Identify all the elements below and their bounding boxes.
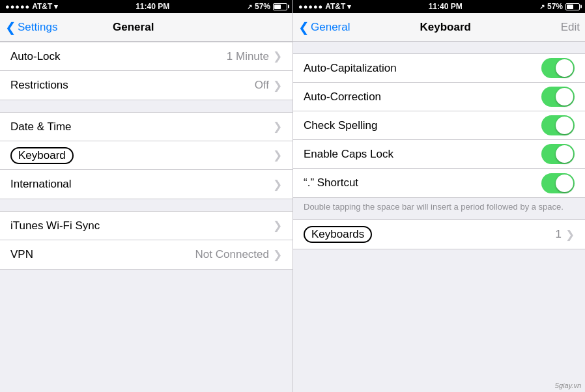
period-shortcut-knob (556, 175, 573, 192)
check-spelling-knob (556, 117, 573, 134)
right-battery-icon (565, 3, 580, 10)
left-gap-1 (0, 100, 292, 112)
right-keyboards-section: Keyboards 1 ❯ (293, 219, 585, 249)
left-section-3: iTunes Wi-Fi Sync ❯ VPN Not Connected ❯ (0, 211, 292, 270)
right-battery-fill (567, 5, 573, 9)
caps-lock-label: Enable Caps Lock (304, 148, 541, 161)
right-back-button[interactable]: ❮ General (298, 21, 350, 34)
left-battery-pct: 57% (255, 2, 270, 11)
list-item-keyboard[interactable]: Keyboard ❯ (0, 141, 292, 170)
left-battery-fill (274, 5, 281, 9)
left-signal: ●●●●● (5, 3, 30, 10)
right-signal: ●●●●● (298, 3, 323, 10)
left-nav-title: General (18, 21, 248, 34)
watermark: 5giay.vn (555, 382, 581, 389)
auto-cap-knob (556, 59, 573, 77)
period-shortcut-footer: Double tapping the space bar will insert… (293, 198, 585, 219)
list-item-check-spelling[interactable]: Check Spelling (293, 111, 585, 140)
right-status-bar: ●●●●● AT&T ▾ 11:40 PM ↗ 57% (293, 0, 585, 13)
list-item-restrictions[interactable]: Restrictions Off ❯ (0, 71, 292, 100)
keyboard-chevron: ❯ (273, 148, 282, 162)
right-edit-button[interactable]: Edit (541, 21, 580, 34)
left-status-bar: ●●●●● AT&T ▾ 11:40 PM ↗ 57% (0, 0, 292, 13)
right-time: 11:40 PM (429, 2, 463, 11)
restrictions-chevron: ❯ (273, 79, 282, 92)
left-status-left: ●●●●● AT&T ▾ (5, 2, 58, 11)
right-status-right: ↗ 57% (539, 2, 580, 11)
period-shortcut-toggle[interactable] (541, 173, 575, 193)
auto-correct-knob (556, 88, 573, 105)
right-toggles-section: Auto-Capitalization Auto-Correction Chec… (293, 53, 585, 198)
vpn-chevron: ❯ (273, 248, 282, 262)
left-status-right: ↗ 57% (247, 2, 287, 11)
caps-lock-toggle[interactable] (541, 144, 575, 164)
left-wifi-icon: ▾ (54, 3, 58, 11)
auto-lock-value: 1 Minute (227, 50, 269, 63)
keyboards-circled: Keyboards (304, 226, 372, 243)
left-time: 11:40 PM (136, 2, 169, 11)
keyboards-chevron: ❯ (565, 228, 575, 242)
list-item-vpn[interactable]: VPN Not Connected ❯ (0, 240, 292, 269)
international-chevron: ❯ (273, 178, 282, 191)
left-section-1: Auto-Lock 1 Minute ❯ Restrictions Off ❯ (0, 42, 292, 100)
international-label: International (10, 178, 273, 191)
right-location-arrow: ↗ (539, 3, 545, 10)
auto-cap-label: Auto-Capitalization (304, 62, 541, 75)
right-top-gap (293, 42, 585, 53)
left-battery-icon (273, 3, 287, 10)
keyboard-circled: Keyboard (10, 147, 74, 164)
period-shortcut-label: “.” Shortcut (304, 176, 541, 189)
itunes-wifi-label: iTunes Wi-Fi Sync (10, 219, 273, 232)
restrictions-label: Restrictions (10, 79, 255, 92)
left-gap-2 (0, 199, 292, 211)
keyboard-label: Keyboard (10, 147, 273, 164)
right-carrier: AT&T (325, 2, 345, 11)
date-time-chevron: ❯ (273, 120, 282, 133)
right-back-chevron: ❮ (298, 21, 309, 34)
auto-cap-toggle[interactable] (541, 58, 575, 78)
left-location-arrow: ↗ (247, 3, 252, 10)
keyboards-value: 1 (556, 228, 562, 241)
left-back-chevron: ❮ (5, 21, 16, 34)
vpn-label: VPN (10, 248, 195, 261)
check-spelling-label: Check Spelling (304, 119, 541, 132)
list-item-auto-correct[interactable]: Auto-Correction (293, 83, 585, 111)
right-battery-pct: 57% (547, 2, 563, 11)
list-item-itunes-wifi[interactable]: iTunes Wi-Fi Sync ❯ (0, 212, 292, 240)
left-section-2: Date & Time ❯ Keyboard ❯ International ❯ (0, 112, 292, 199)
right-nav-title: Keyboard (350, 21, 541, 34)
check-spelling-toggle[interactable] (541, 115, 575, 135)
itunes-wifi-chevron: ❯ (273, 219, 282, 232)
list-item-international[interactable]: International ❯ (0, 170, 292, 199)
vpn-value: Not Connected (195, 248, 269, 261)
auto-correct-toggle[interactable] (541, 87, 575, 107)
left-panel: ●●●●● AT&T ▾ 11:40 PM ↗ 57% ❮ Settings G… (0, 0, 292, 392)
list-item-caps-lock[interactable]: Enable Caps Lock (293, 140, 585, 169)
right-nav-bar: ❮ General Keyboard Edit (293, 13, 585, 42)
left-carrier: AT&T (32, 2, 52, 11)
date-time-label: Date & Time (10, 120, 273, 133)
list-item-auto-cap[interactable]: Auto-Capitalization (293, 54, 585, 83)
left-nav-bar: ❮ Settings General (0, 13, 292, 42)
auto-lock-chevron: ❯ (273, 49, 282, 63)
right-panel: ●●●●● AT&T ▾ 11:40 PM ↗ 57% ❮ General Ke… (292, 0, 585, 392)
right-wifi-icon: ▾ (347, 3, 351, 11)
list-item-period-shortcut[interactable]: “.” Shortcut (293, 169, 585, 197)
caps-lock-knob (556, 145, 573, 163)
right-status-left: ●●●●● AT&T ▾ (298, 2, 351, 11)
auto-correct-label: Auto-Correction (304, 91, 541, 104)
list-item-date-time[interactable]: Date & Time ❯ (0, 113, 292, 141)
keyboards-label: Keyboards (304, 226, 556, 243)
auto-lock-label: Auto-Lock (10, 50, 227, 63)
restrictions-value: Off (255, 79, 269, 92)
list-item-auto-lock[interactable]: Auto-Lock 1 Minute ❯ (0, 42, 292, 71)
list-item-keyboards[interactable]: Keyboards 1 ❯ (293, 220, 585, 249)
right-back-label: General (311, 21, 350, 34)
